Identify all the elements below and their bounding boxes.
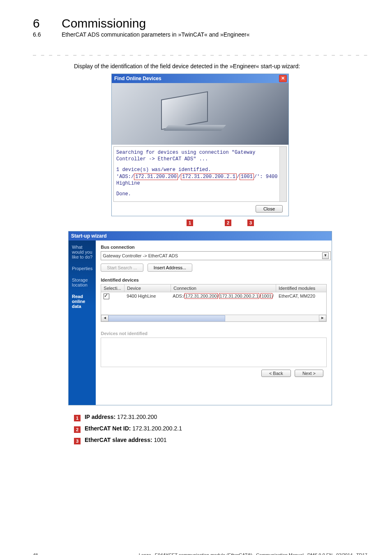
legend-item-2: 2 EtherCAT Net ID: 172.31.200.200.2.1 (74, 423, 367, 434)
sidebar-item-properties[interactable]: Properties (72, 266, 92, 271)
scroll-thumb[interactable] (108, 315, 225, 322)
callout-marker-1: 1 (187, 220, 193, 226)
row-connection: ADS:/172.31.200.200/172.31.200.200.2.1/1… (170, 292, 276, 301)
sidebar-item-what[interactable]: What would you like to do? (72, 245, 92, 259)
col-header-select[interactable]: Selecti... (101, 284, 125, 292)
combo-text: Gateway Controller -> EtherCAT ADS (103, 253, 178, 258)
log-netid-box: 172.31.200.200.2.1 (181, 173, 237, 180)
chevron-down-icon[interactable]: ▼ (322, 252, 329, 259)
legend-marker-3: 3 (74, 438, 81, 444)
scroll-left-icon[interactable]: ◄ (101, 315, 108, 321)
log-output: Searching for devices using connection "… (113, 146, 287, 202)
dialog-title-text: Find Online Devices (114, 76, 161, 81)
row-device: 9400 HighLine (124, 292, 170, 301)
chapter-number: 6 (33, 16, 45, 30)
not-identified-table (101, 338, 327, 367)
footer-text: Lenze · E94AYCET communication module (E… (139, 553, 367, 555)
find-online-devices-dialog: Find Online Devices ✕ Searching for devi… (111, 74, 289, 216)
close-icon[interactable]: ✕ (279, 75, 287, 82)
legend-marker-2: 2 (74, 426, 81, 433)
scroll-right-icon[interactable]: ► (319, 315, 326, 321)
back-button[interactable]: < Back (261, 370, 291, 377)
table-row[interactable]: 9400 HighLine ADS:/172.31.200.200/172.31… (101, 292, 326, 301)
section-number: 6.6 (33, 31, 45, 38)
bus-connection-label: Bus connection (101, 245, 327, 250)
row-checkbox[interactable] (104, 294, 109, 299)
wizard-sidebar: What would you like to do? Properties St… (69, 240, 96, 405)
page-number: 48 (33, 553, 38, 555)
legend-item-3: 3 EtherCAT slave address: 1001 (74, 434, 367, 446)
row-identified-modules: EtherCAT, MM220 (276, 292, 326, 301)
close-button[interactable]: Close (256, 205, 283, 213)
section-title: EtherCAT ADS communication parameters in… (62, 31, 250, 38)
log-ads-line: 'ADS:/172.31.200.200/172.31.200.200.2.1/… (116, 173, 284, 180)
next-button[interactable]: Next > (295, 370, 323, 377)
chapter-title: Commissioning (62, 16, 146, 30)
not-identified-label: Devices not identified (101, 331, 327, 336)
sidebar-item-read-online[interactable]: Read online data (72, 294, 92, 309)
divider-line: _ _ _ _ _ _ _ _ _ _ _ _ _ _ _ _ _ _ _ _ … (33, 49, 367, 56)
bus-connection-combo[interactable]: Gateway Controller -> EtherCAT ADS ▼ (101, 251, 331, 260)
callout-marker-3: 3 (247, 220, 254, 226)
col-header-device[interactable]: Device (125, 284, 171, 292)
log-slave-box: 1001 (240, 173, 254, 180)
callout-marker-2: 2 (225, 220, 231, 226)
start-search-button[interactable]: Start Search ... (101, 264, 143, 272)
identified-devices-label: Identified devices (101, 278, 327, 282)
vertical-scrollbar[interactable] (279, 147, 286, 201)
col-header-identified-modules[interactable]: Identified modules (276, 284, 326, 292)
legend-marker-1: 1 (74, 415, 81, 421)
intro-text: Display of the identification of the fie… (74, 63, 367, 69)
wizard-title: Start-up wizard (71, 233, 107, 239)
dialog-hero-image (112, 83, 288, 145)
sidebar-item-storage[interactable]: Storage location (72, 278, 92, 287)
startup-wizard-dialog: Start-up wizard What would you like to d… (68, 231, 332, 405)
legend-item-1: 1 IP address: 172.31.200.200 (74, 411, 367, 423)
laptop-graphic (161, 91, 208, 130)
identified-devices-table: Selecti... Device Connection Identified … (101, 284, 327, 322)
log-ip-box: 172.31.200.200 (134, 173, 178, 180)
insert-address-button[interactable]: Insert Address... (148, 264, 192, 272)
horizontal-scrollbar[interactable]: ◄ ► (101, 314, 326, 321)
col-header-connection[interactable]: Connection (171, 284, 276, 292)
